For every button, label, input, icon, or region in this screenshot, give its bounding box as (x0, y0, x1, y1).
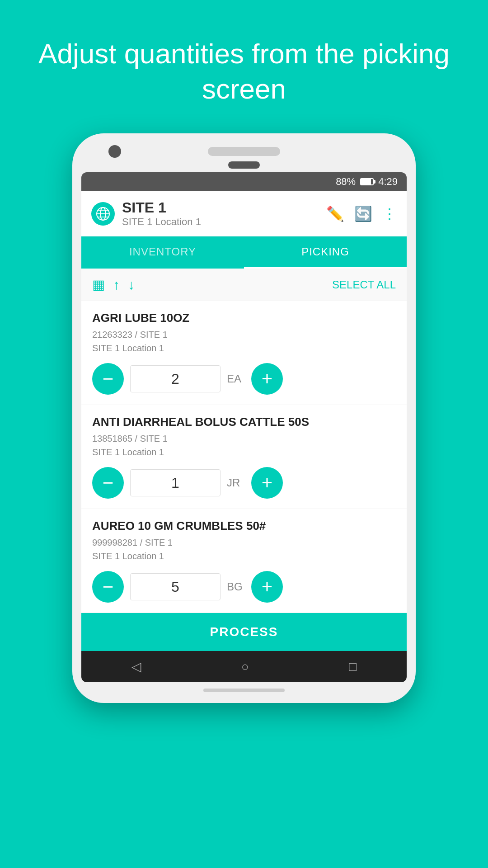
camera (108, 145, 121, 158)
battery-percent: 88% (336, 176, 356, 188)
quantity-unit: BG (227, 580, 245, 593)
process-button[interactable]: PROCESS (81, 613, 407, 651)
speaker (208, 147, 280, 156)
increase-button[interactable]: + (251, 467, 283, 499)
home-button-top (228, 161, 260, 169)
increase-button[interactable]: + (251, 571, 283, 603)
app-header: SITE 1 SITE 1 Location 1 ✏️ 🔄 ⋮ (81, 191, 407, 236)
toolbar: ▦ ↑ ↓ SELECT ALL (81, 269, 407, 301)
decrease-button[interactable]: − (92, 363, 124, 395)
item-location: SITE 1 Location 1 (92, 341, 396, 355)
phone-top (81, 147, 407, 156)
quantity-input[interactable] (130, 365, 221, 392)
tab-picking[interactable]: PICKING (244, 236, 407, 269)
more-icon[interactable]: ⋮ (382, 205, 397, 222)
quantity-row: − BG + (92, 571, 396, 603)
battery-icon-container (360, 178, 374, 185)
app-logo (91, 202, 115, 226)
decrease-button[interactable]: − (92, 467, 124, 499)
item-sku: 999998281 / SITE 1 (92, 536, 396, 549)
item-name: AUREO 10 GM CRUMBLES 50# (92, 519, 396, 533)
phone-screen: 88% 4:29 SITE 1 SITE 1 Location 1 ✏️ (81, 172, 407, 682)
phone-bottom-nav: ◁ ○ □ (81, 651, 407, 682)
select-all-button[interactable]: SELECT ALL (332, 278, 396, 291)
increase-button[interactable]: + (251, 363, 283, 395)
list-item: ANTI DIARRHEAL BOLUS CATTLE 50S 13851865… (81, 405, 407, 509)
recents-nav-icon[interactable]: □ (349, 660, 357, 674)
item-location: SITE 1 Location 1 (92, 445, 396, 459)
phone-wrapper: 88% 4:29 SITE 1 SITE 1 Location 1 ✏️ (72, 133, 416, 703)
sort-up-icon[interactable]: ↑ (113, 277, 120, 292)
quantity-unit: EA (227, 373, 245, 385)
sort-down-icon[interactable]: ↓ (128, 277, 135, 292)
quantity-unit: JR (227, 476, 245, 489)
decrease-button[interactable]: − (92, 571, 124, 603)
refresh-icon[interactable]: 🔄 (354, 205, 372, 222)
list-item: AUREO 10 GM CRUMBLES 50# 999998281 / SIT… (81, 509, 407, 613)
list-item: AGRI LUBE 10OZ 21263323 / SITE 1 SITE 1 … (81, 301, 407, 405)
quantity-row: − JR + (92, 467, 396, 499)
item-sku: 21263323 / SITE 1 (92, 328, 396, 341)
header-title: SITE 1 (122, 199, 319, 216)
item-location: SITE 1 Location 1 (92, 549, 396, 563)
header-subtitle: SITE 1 Location 1 (122, 216, 319, 228)
headline: Adjust quantities from the picking scree… (0, 0, 488, 133)
quantity-input[interactable] (130, 573, 221, 600)
header-title-block: SITE 1 SITE 1 Location 1 (122, 199, 319, 228)
quantity-input[interactable] (130, 469, 221, 496)
time-display: 4:29 (378, 176, 398, 188)
item-list: AGRI LUBE 10OZ 21263323 / SITE 1 SITE 1 … (81, 301, 407, 613)
header-actions: ✏️ 🔄 ⋮ (326, 205, 397, 222)
item-name: ANTI DIARRHEAL BOLUS CATTLE 50S (92, 415, 396, 429)
home-nav-icon[interactable]: ○ (241, 660, 249, 674)
edit-icon[interactable]: ✏️ (326, 205, 344, 222)
barcode-icon[interactable]: ▦ (92, 277, 105, 292)
tabs: INVENTORY PICKING (81, 236, 407, 269)
item-sku: 13851865 / SITE 1 (92, 432, 396, 445)
item-name: AGRI LUBE 10OZ (92, 311, 396, 325)
tab-inventory[interactable]: INVENTORY (81, 236, 244, 269)
phone-bottom-bar (203, 689, 285, 692)
status-bar: 88% 4:29 (81, 172, 407, 191)
back-nav-icon[interactable]: ◁ (131, 659, 141, 674)
quantity-row: − EA + (92, 363, 396, 395)
